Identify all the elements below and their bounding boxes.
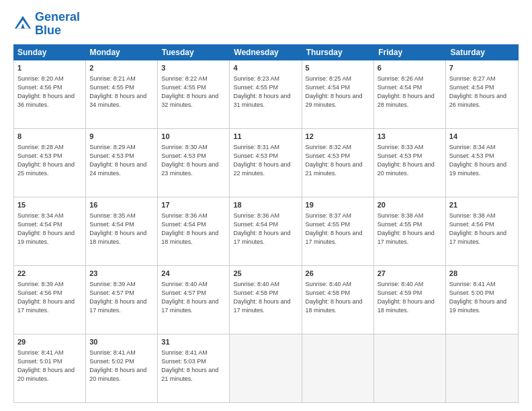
calendar-row: 15Sunrise: 8:34 AMSunset: 4:54 PMDayligh… <box>14 197 518 266</box>
calendar-cell: 7Sunrise: 8:27 AMSunset: 4:54 PMDaylight… <box>446 60 518 128</box>
calendar-cell: 29Sunrise: 8:41 AMSunset: 5:01 PMDayligh… <box>14 334 86 402</box>
calendar-row: 1Sunrise: 8:20 AMSunset: 4:56 PMDaylight… <box>14 60 518 129</box>
day-header: Wednesday <box>230 44 302 60</box>
day-number: 20 <box>378 200 442 210</box>
day-header: Tuesday <box>158 44 230 60</box>
calendar-cell: 24Sunrise: 8:40 AMSunset: 4:57 PMDayligh… <box>158 266 230 334</box>
day-info: Sunrise: 8:36 AMSunset: 4:54 PMDaylight:… <box>233 212 298 246</box>
day-number: 28 <box>449 269 515 279</box>
day-header: Monday <box>85 44 157 60</box>
day-number: 9 <box>89 132 154 142</box>
calendar-row: 8Sunrise: 8:28 AMSunset: 4:53 PMDaylight… <box>14 129 518 197</box>
day-info: Sunrise: 8:33 AMSunset: 4:53 PMDaylight:… <box>378 143 442 178</box>
day-number: 30 <box>89 337 154 347</box>
day-info: Sunrise: 8:41 AMSunset: 5:01 PMDaylight:… <box>17 349 82 383</box>
calendar-cell: 14Sunrise: 8:34 AMSunset: 4:53 PMDayligh… <box>446 129 518 197</box>
day-number: 24 <box>161 269 226 279</box>
day-info: Sunrise: 8:30 AMSunset: 4:53 PMDaylight:… <box>161 143 226 178</box>
calendar-body: 1Sunrise: 8:20 AMSunset: 4:56 PMDaylight… <box>14 60 518 402</box>
day-number: 4 <box>233 63 298 73</box>
day-info: Sunrise: 8:41 AMSunset: 5:00 PMDaylight:… <box>449 280 515 315</box>
header: General Blue <box>13 11 519 38</box>
calendar-cell: 25Sunrise: 8:40 AMSunset: 4:58 PMDayligh… <box>230 266 302 334</box>
day-number: 12 <box>306 132 370 142</box>
day-info: Sunrise: 8:36 AMSunset: 4:54 PMDaylight:… <box>161 212 226 246</box>
calendar-cell <box>230 334 302 402</box>
calendar-cell: 20Sunrise: 8:38 AMSunset: 4:55 PMDayligh… <box>374 197 446 265</box>
calendar-cell: 13Sunrise: 8:33 AMSunset: 4:53 PMDayligh… <box>374 129 446 197</box>
calendar-cell: 10Sunrise: 8:30 AMSunset: 4:53 PMDayligh… <box>158 129 230 197</box>
calendar-cell: 28Sunrise: 8:41 AMSunset: 5:00 PMDayligh… <box>446 266 518 334</box>
day-info: Sunrise: 8:41 AMSunset: 5:02 PMDaylight:… <box>89 349 154 383</box>
calendar-cell: 30Sunrise: 8:41 AMSunset: 5:02 PMDayligh… <box>86 334 158 402</box>
day-number: 10 <box>161 132 226 142</box>
calendar-cell: 12Sunrise: 8:32 AMSunset: 4:53 PMDayligh… <box>302 129 374 197</box>
day-header: Saturday <box>447 44 519 60</box>
day-info: Sunrise: 8:26 AMSunset: 4:54 PMDaylight:… <box>378 75 442 109</box>
day-number: 18 <box>233 200 298 210</box>
day-info: Sunrise: 8:38 AMSunset: 4:56 PMDaylight:… <box>449 212 515 246</box>
calendar-cell: 23Sunrise: 8:39 AMSunset: 4:57 PMDayligh… <box>86 266 158 334</box>
day-info: Sunrise: 8:35 AMSunset: 4:54 PMDaylight:… <box>89 212 154 246</box>
day-number: 29 <box>17 337 82 347</box>
calendar-cell: 2Sunrise: 8:21 AMSunset: 4:55 PMDaylight… <box>86 60 158 128</box>
day-number: 1 <box>17 63 82 73</box>
calendar-cell: 3Sunrise: 8:22 AMSunset: 4:55 PMDaylight… <box>158 60 230 128</box>
day-info: Sunrise: 8:32 AMSunset: 4:53 PMDaylight:… <box>306 143 370 178</box>
calendar-cell: 31Sunrise: 8:41 AMSunset: 5:03 PMDayligh… <box>158 334 230 402</box>
day-info: Sunrise: 8:28 AMSunset: 4:53 PMDaylight:… <box>17 143 82 178</box>
calendar-cell <box>446 334 518 402</box>
day-info: Sunrise: 8:40 AMSunset: 4:58 PMDaylight:… <box>306 280 370 315</box>
calendar-header: SundayMondayTuesdayWednesdayThursdayFrid… <box>13 44 519 60</box>
logo: General Blue <box>13 11 80 38</box>
day-number: 23 <box>89 269 154 279</box>
day-info: Sunrise: 8:39 AMSunset: 4:57 PMDaylight:… <box>89 280 154 315</box>
day-info: Sunrise: 8:38 AMSunset: 4:55 PMDaylight:… <box>378 212 442 246</box>
calendar-cell: 1Sunrise: 8:20 AMSunset: 4:56 PMDaylight… <box>14 60 86 128</box>
calendar-cell: 5Sunrise: 8:25 AMSunset: 4:54 PMDaylight… <box>302 60 374 128</box>
day-info: Sunrise: 8:31 AMSunset: 4:53 PMDaylight:… <box>233 143 298 178</box>
day-info: Sunrise: 8:40 AMSunset: 4:59 PMDaylight:… <box>378 280 442 315</box>
day-info: Sunrise: 8:37 AMSunset: 4:55 PMDaylight:… <box>306 212 370 246</box>
day-info: Sunrise: 8:27 AMSunset: 4:54 PMDaylight:… <box>449 75 515 109</box>
calendar-cell: 17Sunrise: 8:36 AMSunset: 4:54 PMDayligh… <box>158 197 230 265</box>
calendar-cell: 21Sunrise: 8:38 AMSunset: 4:56 PMDayligh… <box>446 197 518 265</box>
calendar-cell: 27Sunrise: 8:40 AMSunset: 4:59 PMDayligh… <box>374 266 446 334</box>
day-number: 14 <box>449 132 515 142</box>
day-number: 5 <box>306 63 370 73</box>
day-number: 2 <box>89 63 154 73</box>
day-info: Sunrise: 8:41 AMSunset: 5:03 PMDaylight:… <box>161 349 226 383</box>
day-info: Sunrise: 8:20 AMSunset: 4:56 PMDaylight:… <box>17 75 82 109</box>
calendar-body-wrapper: 1Sunrise: 8:20 AMSunset: 4:56 PMDaylight… <box>13 60 519 403</box>
day-info: Sunrise: 8:25 AMSunset: 4:54 PMDaylight:… <box>306 75 370 109</box>
day-info: Sunrise: 8:22 AMSunset: 4:55 PMDaylight:… <box>161 75 226 109</box>
day-info: Sunrise: 8:34 AMSunset: 4:54 PMDaylight:… <box>17 212 82 246</box>
day-header: Sunday <box>13 44 85 60</box>
calendar-cell: 26Sunrise: 8:40 AMSunset: 4:58 PMDayligh… <box>302 266 374 334</box>
day-info: Sunrise: 8:34 AMSunset: 4:53 PMDaylight:… <box>449 143 515 178</box>
day-number: 3 <box>161 63 226 73</box>
day-number: 16 <box>89 200 154 210</box>
day-info: Sunrise: 8:21 AMSunset: 4:55 PMDaylight:… <box>89 75 154 109</box>
day-number: 22 <box>17 269 82 279</box>
calendar-cell: 15Sunrise: 8:34 AMSunset: 4:54 PMDayligh… <box>14 197 86 265</box>
day-number: 15 <box>17 200 82 210</box>
logo-text: General Blue <box>35 11 80 38</box>
day-header: Thursday <box>302 44 374 60</box>
calendar-cell: 16Sunrise: 8:35 AMSunset: 4:54 PMDayligh… <box>86 197 158 265</box>
day-info: Sunrise: 8:40 AMSunset: 4:57 PMDaylight:… <box>161 280 226 315</box>
calendar-cell <box>374 334 446 402</box>
day-info: Sunrise: 8:40 AMSunset: 4:58 PMDaylight:… <box>233 280 298 315</box>
calendar-cell: 19Sunrise: 8:37 AMSunset: 4:55 PMDayligh… <box>302 197 374 265</box>
calendar-cell: 11Sunrise: 8:31 AMSunset: 4:53 PMDayligh… <box>230 129 302 197</box>
calendar: SundayMondayTuesdayWednesdayThursdayFrid… <box>13 44 519 403</box>
day-number: 26 <box>306 269 370 279</box>
calendar-row: 29Sunrise: 8:41 AMSunset: 5:01 PMDayligh… <box>14 334 518 402</box>
day-info: Sunrise: 8:29 AMSunset: 4:53 PMDaylight:… <box>89 143 154 178</box>
day-number: 11 <box>233 132 298 142</box>
day-number: 17 <box>161 200 226 210</box>
calendar-cell <box>302 334 374 402</box>
day-number: 7 <box>449 63 515 73</box>
calendar-cell: 8Sunrise: 8:28 AMSunset: 4:53 PMDaylight… <box>14 129 86 197</box>
calendar-row: 22Sunrise: 8:39 AMSunset: 4:56 PMDayligh… <box>14 266 518 334</box>
